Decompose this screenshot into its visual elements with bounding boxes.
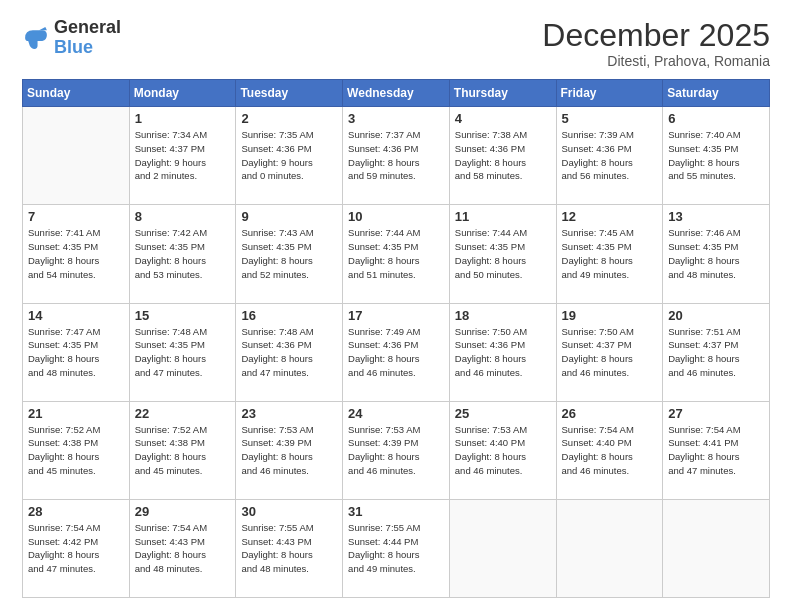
weekday-header-saturday: Saturday — [663, 80, 770, 107]
calendar-cell — [449, 499, 556, 597]
title-block: December 2025 Ditesti, Prahova, Romania — [542, 18, 770, 69]
day-info: Sunrise: 7:44 AM Sunset: 4:35 PM Dayligh… — [455, 226, 551, 281]
day-info: Sunrise: 7:54 AM Sunset: 4:43 PM Dayligh… — [135, 521, 231, 576]
day-info: Sunrise: 7:34 AM Sunset: 4:37 PM Dayligh… — [135, 128, 231, 183]
calendar-cell: 6Sunrise: 7:40 AM Sunset: 4:35 PM Daylig… — [663, 107, 770, 205]
day-info: Sunrise: 7:54 AM Sunset: 4:40 PM Dayligh… — [562, 423, 658, 478]
calendar-cell: 17Sunrise: 7:49 AM Sunset: 4:36 PM Dayli… — [343, 303, 450, 401]
day-number: 23 — [241, 406, 337, 421]
day-number: 22 — [135, 406, 231, 421]
header: General Blue December 2025 Ditesti, Prah… — [22, 18, 770, 69]
day-info: Sunrise: 7:49 AM Sunset: 4:36 PM Dayligh… — [348, 325, 444, 380]
day-number: 5 — [562, 111, 658, 126]
calendar-table: SundayMondayTuesdayWednesdayThursdayFrid… — [22, 79, 770, 598]
day-number: 26 — [562, 406, 658, 421]
day-info: Sunrise: 7:48 AM Sunset: 4:35 PM Dayligh… — [135, 325, 231, 380]
calendar-cell: 5Sunrise: 7:39 AM Sunset: 4:36 PM Daylig… — [556, 107, 663, 205]
day-info: Sunrise: 7:35 AM Sunset: 4:36 PM Dayligh… — [241, 128, 337, 183]
day-info: Sunrise: 7:48 AM Sunset: 4:36 PM Dayligh… — [241, 325, 337, 380]
week-row-4: 21Sunrise: 7:52 AM Sunset: 4:38 PM Dayli… — [23, 401, 770, 499]
calendar-cell: 9Sunrise: 7:43 AM Sunset: 4:35 PM Daylig… — [236, 205, 343, 303]
month-title: December 2025 — [542, 18, 770, 53]
day-number: 25 — [455, 406, 551, 421]
day-info: Sunrise: 7:38 AM Sunset: 4:36 PM Dayligh… — [455, 128, 551, 183]
day-number: 12 — [562, 209, 658, 224]
day-info: Sunrise: 7:52 AM Sunset: 4:38 PM Dayligh… — [135, 423, 231, 478]
location: Ditesti, Prahova, Romania — [542, 53, 770, 69]
day-number: 30 — [241, 504, 337, 519]
day-info: Sunrise: 7:54 AM Sunset: 4:41 PM Dayligh… — [668, 423, 764, 478]
calendar-cell: 8Sunrise: 7:42 AM Sunset: 4:35 PM Daylig… — [129, 205, 236, 303]
calendar-cell: 18Sunrise: 7:50 AM Sunset: 4:36 PM Dayli… — [449, 303, 556, 401]
day-number: 27 — [668, 406, 764, 421]
day-number: 10 — [348, 209, 444, 224]
calendar-cell: 1Sunrise: 7:34 AM Sunset: 4:37 PM Daylig… — [129, 107, 236, 205]
day-number: 31 — [348, 504, 444, 519]
weekday-header-friday: Friday — [556, 80, 663, 107]
day-number: 1 — [135, 111, 231, 126]
calendar-cell: 22Sunrise: 7:52 AM Sunset: 4:38 PM Dayli… — [129, 401, 236, 499]
day-number: 20 — [668, 308, 764, 323]
calendar-cell: 27Sunrise: 7:54 AM Sunset: 4:41 PM Dayli… — [663, 401, 770, 499]
day-info: Sunrise: 7:47 AM Sunset: 4:35 PM Dayligh… — [28, 325, 124, 380]
calendar-cell: 28Sunrise: 7:54 AM Sunset: 4:42 PM Dayli… — [23, 499, 130, 597]
day-info: Sunrise: 7:52 AM Sunset: 4:38 PM Dayligh… — [28, 423, 124, 478]
calendar-cell: 21Sunrise: 7:52 AM Sunset: 4:38 PM Dayli… — [23, 401, 130, 499]
day-info: Sunrise: 7:51 AM Sunset: 4:37 PM Dayligh… — [668, 325, 764, 380]
day-info: Sunrise: 7:53 AM Sunset: 4:40 PM Dayligh… — [455, 423, 551, 478]
calendar-cell: 11Sunrise: 7:44 AM Sunset: 4:35 PM Dayli… — [449, 205, 556, 303]
day-number: 24 — [348, 406, 444, 421]
day-number: 17 — [348, 308, 444, 323]
day-info: Sunrise: 7:53 AM Sunset: 4:39 PM Dayligh… — [348, 423, 444, 478]
logo-text: General Blue — [54, 18, 121, 58]
day-info: Sunrise: 7:54 AM Sunset: 4:42 PM Dayligh… — [28, 521, 124, 576]
day-info: Sunrise: 7:43 AM Sunset: 4:35 PM Dayligh… — [241, 226, 337, 281]
weekday-header-monday: Monday — [129, 80, 236, 107]
calendar-cell — [556, 499, 663, 597]
logo-icon — [22, 24, 50, 52]
day-number: 11 — [455, 209, 551, 224]
calendar-cell: 30Sunrise: 7:55 AM Sunset: 4:43 PM Dayli… — [236, 499, 343, 597]
day-number: 21 — [28, 406, 124, 421]
page: General Blue December 2025 Ditesti, Prah… — [0, 0, 792, 612]
calendar-cell: 10Sunrise: 7:44 AM Sunset: 4:35 PM Dayli… — [343, 205, 450, 303]
day-info: Sunrise: 7:50 AM Sunset: 4:37 PM Dayligh… — [562, 325, 658, 380]
calendar-cell: 3Sunrise: 7:37 AM Sunset: 4:36 PM Daylig… — [343, 107, 450, 205]
day-number: 18 — [455, 308, 551, 323]
calendar-cell: 19Sunrise: 7:50 AM Sunset: 4:37 PM Dayli… — [556, 303, 663, 401]
day-info: Sunrise: 7:55 AM Sunset: 4:44 PM Dayligh… — [348, 521, 444, 576]
day-info: Sunrise: 7:55 AM Sunset: 4:43 PM Dayligh… — [241, 521, 337, 576]
day-info: Sunrise: 7:50 AM Sunset: 4:36 PM Dayligh… — [455, 325, 551, 380]
day-number: 6 — [668, 111, 764, 126]
day-number: 8 — [135, 209, 231, 224]
calendar-cell: 13Sunrise: 7:46 AM Sunset: 4:35 PM Dayli… — [663, 205, 770, 303]
calendar-cell: 2Sunrise: 7:35 AM Sunset: 4:36 PM Daylig… — [236, 107, 343, 205]
day-info: Sunrise: 7:46 AM Sunset: 4:35 PM Dayligh… — [668, 226, 764, 281]
day-number: 28 — [28, 504, 124, 519]
week-row-5: 28Sunrise: 7:54 AM Sunset: 4:42 PM Dayli… — [23, 499, 770, 597]
calendar-cell: 12Sunrise: 7:45 AM Sunset: 4:35 PM Dayli… — [556, 205, 663, 303]
calendar-cell: 24Sunrise: 7:53 AM Sunset: 4:39 PM Dayli… — [343, 401, 450, 499]
day-number: 19 — [562, 308, 658, 323]
calendar-cell: 4Sunrise: 7:38 AM Sunset: 4:36 PM Daylig… — [449, 107, 556, 205]
calendar-cell: 14Sunrise: 7:47 AM Sunset: 4:35 PM Dayli… — [23, 303, 130, 401]
calendar-cell: 29Sunrise: 7:54 AM Sunset: 4:43 PM Dayli… — [129, 499, 236, 597]
day-info: Sunrise: 7:40 AM Sunset: 4:35 PM Dayligh… — [668, 128, 764, 183]
day-number: 3 — [348, 111, 444, 126]
weekday-header-wednesday: Wednesday — [343, 80, 450, 107]
calendar-cell: 31Sunrise: 7:55 AM Sunset: 4:44 PM Dayli… — [343, 499, 450, 597]
logo: General Blue — [22, 18, 121, 58]
day-number: 7 — [28, 209, 124, 224]
day-number: 2 — [241, 111, 337, 126]
day-info: Sunrise: 7:53 AM Sunset: 4:39 PM Dayligh… — [241, 423, 337, 478]
calendar-cell: 26Sunrise: 7:54 AM Sunset: 4:40 PM Dayli… — [556, 401, 663, 499]
calendar-cell: 23Sunrise: 7:53 AM Sunset: 4:39 PM Dayli… — [236, 401, 343, 499]
calendar-cell: 16Sunrise: 7:48 AM Sunset: 4:36 PM Dayli… — [236, 303, 343, 401]
day-info: Sunrise: 7:42 AM Sunset: 4:35 PM Dayligh… — [135, 226, 231, 281]
day-number: 15 — [135, 308, 231, 323]
day-info: Sunrise: 7:41 AM Sunset: 4:35 PM Dayligh… — [28, 226, 124, 281]
day-number: 29 — [135, 504, 231, 519]
calendar-cell — [23, 107, 130, 205]
day-number: 4 — [455, 111, 551, 126]
day-number: 9 — [241, 209, 337, 224]
